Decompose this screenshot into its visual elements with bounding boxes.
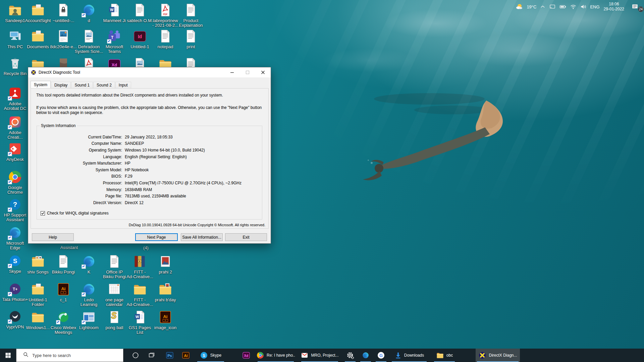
search-input[interactable]: [32, 353, 117, 358]
tray-chevron-up-icon[interactable]: [538, 0, 547, 13]
desktop-icon-microsoft-teams[interactable]: TMicrosoftTeams: [100, 29, 129, 54]
windows-logo-icon: [5, 352, 11, 359]
desktop-icon-label: image_icon: [154, 325, 177, 330]
info-value: Intel(R) Core(TM) i7-7500U CPU @ 2.70GHz…: [125, 181, 241, 185]
desktop-icon-shiv-songs[interactable]: shiv Songs: [23, 254, 52, 275]
tab-sound-2[interactable]: Sound 2: [93, 82, 115, 88]
desktop-icon-anydesk[interactable]: AnyDesk: [1, 141, 30, 162]
tab-input[interactable]: Input: [115, 82, 131, 88]
clock[interactable]: 18:06 29-01-2022: [601, 2, 627, 12]
desktop-icon-manmeet-ji[interactable]: WManmeet Ji: [100, 3, 129, 23]
desktop-icon-c-1[interactable]: AiAIc_1: [49, 282, 78, 302]
minimize-button[interactable]: [224, 67, 240, 77]
battery-icon[interactable]: [557, 0, 568, 13]
desktop-icon-bikku-pongi[interactable]: Bikku Pongi: [49, 254, 78, 275]
settings-taskbar-item[interactable]: [343, 349, 357, 362]
folder-photo-icon: [158, 282, 173, 297]
desktop-icon-product-explaination[interactable]: ProductExplaination: [176, 3, 205, 28]
tab-system[interactable]: System: [31, 81, 51, 88]
desktop-icon-microsoft-edge[interactable]: MicrosoftEdge: [1, 225, 30, 250]
desktop-icon-fitt-ad-creative-[interactable]: FITT -Ad-Creative...: [125, 254, 154, 279]
start-button[interactable]: [0, 349, 16, 362]
action-center-icon[interactable]: 24: [627, 0, 643, 13]
desktop-icon-hp-support-assistant[interactable]: ?HP SupportAssistant: [1, 197, 30, 222]
svg-text:S: S: [203, 353, 205, 358]
photo-dark-icon[interactable]: [56, 57, 71, 67]
desktop-icon-untitled-1[interactable]: IdUntitled-1: [125, 29, 154, 49]
shortcut-arrow-icon: [8, 207, 12, 212]
taskbar-search[interactable]: [16, 349, 123, 362]
desktop-icon-image-icon[interactable]: AiAIimage_icon: [151, 310, 180, 330]
maximize-button[interactable]: [240, 67, 255, 77]
desktop-icon-label: VyprVPN: [6, 325, 24, 329]
desktop-icon-sabtech-o-m-[interactable]: sabtech O.M.: [125, 3, 154, 23]
svg-text:Ps: Ps: [167, 354, 172, 358]
save-all-information-button[interactable]: Save All Information...: [181, 233, 223, 241]
google-taskbar-item[interactable]: G: [374, 349, 388, 362]
desktop-icon-label: ~untitled-...: [53, 18, 74, 23]
next-page-button[interactable]: Next Page: [135, 233, 178, 241]
xd-big-icon[interactable]: Xd: [107, 57, 122, 67]
tab-sound-1[interactable]: Sound 1: [71, 82, 93, 88]
desktop-icon-untitled-1-folder[interactable]: Untitled-1Folder: [23, 282, 52, 307]
gmail-taskbar-item[interactable]: MRO, Project...: [300, 349, 339, 362]
desktop-icon-accountsight[interactable]: AccountSight: [23, 3, 52, 23]
doc-image-icon[interactable]: [132, 57, 147, 67]
desktop-icon-k[interactable]: K: [74, 254, 103, 275]
desktop-icon-notepad[interactable]: notepad: [151, 29, 180, 49]
desktop-icon-labreportnew-2021-08-2-[interactable]: PDFlabreportnew- 2021-08-2...: [151, 3, 180, 28]
xd-taskbar-item[interactable]: Xd: [239, 349, 254, 362]
doc-icon[interactable]: [183, 57, 198, 67]
folder-icon[interactable]: [158, 57, 173, 67]
wifi-icon[interactable]: [568, 0, 578, 13]
dxdiag-taskbar-item[interactable]: DirectX Diagn...: [476, 349, 520, 362]
language-indicator[interactable]: ENG: [588, 0, 601, 13]
desktop-icon-print[interactable]: print: [176, 29, 205, 49]
desktop-icon-documents[interactable]: Documents: [23, 29, 52, 49]
desktop-icon-ledo-learning[interactable]: LedoLearning: [74, 282, 103, 307]
svg-text:T: T: [111, 35, 114, 40]
photoshop-taskbar-item[interactable]: Ps: [163, 349, 176, 362]
label-line: notepad: [158, 45, 173, 49]
desktop-icon--untitled-[interactable]: LOCK~untitled-...: [49, 3, 78, 23]
temperature-label[interactable]: 19°C: [525, 0, 538, 13]
speaker-icon[interactable]: [578, 0, 588, 13]
skype-taskbar-item[interactable]: SSkype: [196, 349, 225, 362]
desktop-icon-office-ip-bikku-pongi[interactable]: Office IPBikku Pongi: [100, 254, 129, 279]
desktop-icon-8dc20e4e-e-[interactable]: 8dc20e4e-e...: [49, 29, 78, 49]
desktop-icon-cisco-webex-meetings[interactable]: Cisco WebexMeetings: [49, 310, 78, 335]
pdf-icon[interactable]: PDF: [82, 57, 96, 67]
desktop-icon-adobe-acrobat-dc[interactable]: AdobeAcrobat DC: [1, 86, 30, 111]
whql-checkbox[interactable]: [41, 211, 45, 216]
folder-icon[interactable]: [31, 57, 45, 67]
exit-button[interactable]: Exit: [225, 233, 267, 241]
desktop-icon-prahi-2[interactable]: prahi 2: [151, 254, 180, 275]
cortana-button[interactable]: [129, 349, 142, 362]
desktop-icon-google-chrome[interactable]: GoogleChrome: [1, 170, 30, 195]
downloads-taskbar-item[interactable]: Downloads: [390, 349, 428, 362]
illustrator-taskbar-item[interactable]: Ai: [179, 349, 193, 362]
desktop-icon-fitt-ad-creative-[interactable]: FITT -Ad-Creative...: [125, 282, 154, 307]
desktop-icon-gs1-pages-list[interactable]: WGS1 PagesList: [125, 310, 154, 335]
edge-taskbar-item[interactable]: [359, 349, 372, 362]
desktop-icon-one-page-calendar[interactable]: one pagecalendar: [100, 282, 129, 307]
desktop-icon-adobe-creati-[interactable]: AdobeCreati...: [1, 115, 30, 140]
desktop-icon-lightroom[interactable]: Lightroom: [74, 310, 103, 330]
desktop-icon-pong-ball[interactable]: pong ball: [100, 310, 129, 330]
obc-folder-taskbar-item[interactable]: obc: [433, 349, 456, 362]
label-line: prahi 2: [159, 270, 172, 275]
desktop-icon-dehradoon-system-scre-[interactable]: DehradoonSystem Scre...: [74, 29, 103, 54]
close-button[interactable]: [255, 67, 271, 77]
word-icon: W: [107, 3, 122, 17]
desktop-icon-d[interactable]: d: [74, 3, 103, 23]
wireless-display-icon[interactable]: [547, 0, 557, 13]
desktop-icon-windows1-[interactable]: Windows1...: [23, 310, 52, 330]
info-row: Computer Name:SANDEEP: [37, 140, 262, 147]
window-titlebar[interactable]: DirectX Diagnostic Tool: [28, 67, 271, 77]
chrome-taskbar-item[interactable]: Re: I have pho...: [256, 349, 295, 362]
desktop-icon-prahi-b-day[interactable]: prahi b'day: [151, 282, 180, 302]
tab-display[interactable]: Display: [51, 82, 71, 88]
weather-icon[interactable]: [514, 0, 525, 13]
task-view-button[interactable]: [145, 349, 158, 362]
help-button[interactable]: Help: [32, 233, 74, 241]
